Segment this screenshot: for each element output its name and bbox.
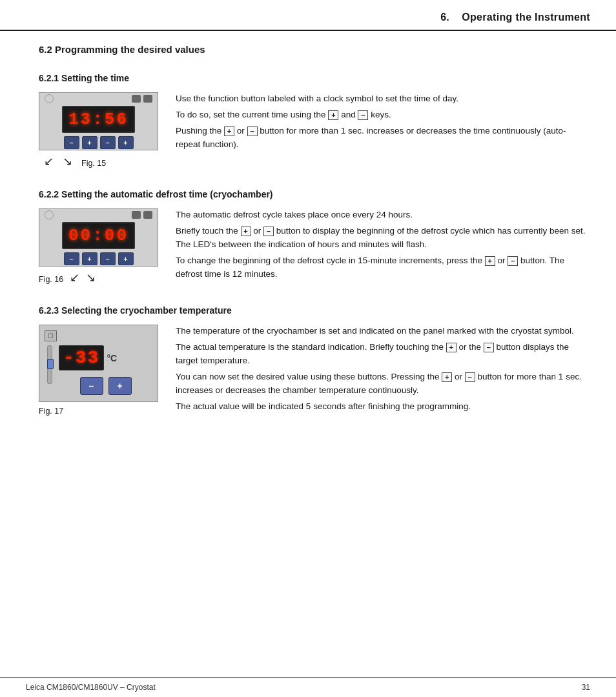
- lcd-display-fig15: 13:56: [62, 106, 135, 133]
- text-6-2-1-line1: Use the function button labeled with a c…: [176, 92, 590, 106]
- plus-btn2-fig15: +: [118, 136, 134, 149]
- device-fig15: 13:56 – + – +: [39, 92, 158, 150]
- section-6-2-3-title: 6.2.3 Selecting the cryochamber temperat…: [39, 305, 590, 316]
- section-6-2-3: 6.2.3 Selecting the cryochamber temperat…: [39, 305, 590, 416]
- plus-key-inline-5: +: [446, 343, 457, 352]
- figure-row-17: ☐: [39, 325, 590, 416]
- lcd-display-fig16: 00:00: [62, 222, 135, 249]
- plus-btn2-fig16: +: [118, 252, 134, 265]
- section-6-2-1: 6.2.1 Setting the time: [39, 73, 590, 168]
- text-col-6-2-3: The temperature of the cryochamber is se…: [176, 325, 590, 416]
- plus-key-inline-3: +: [241, 227, 251, 236]
- minus-btn2-fig16: –: [100, 252, 116, 265]
- figure-15-col: 13:56 – + – + ↙ ↘: [39, 92, 161, 168]
- text-6-2-3-line4: The actual value will be indicated 5 sec…: [176, 400, 590, 414]
- celsius-label: °C: [107, 353, 117, 363]
- fig16-bottom: Fig. 16 ↙ ↘: [39, 270, 96, 285]
- plus-key-inline-4: +: [485, 256, 495, 266]
- text-6-2-2-line3: To change the beginning of the defrost c…: [176, 254, 590, 281]
- cryo-main-row: -33 °C – +: [45, 345, 152, 395]
- expand-arrow-left-fig15: ↙: [44, 154, 54, 168]
- expand-arrow-right-fig16: ↘: [86, 270, 96, 285]
- minus-key-inline-6: –: [465, 372, 475, 382]
- minus-key-inline-1: –: [358, 110, 368, 120]
- lcd-text-fig16: 00:00: [68, 226, 128, 245]
- cryo-slider-col: [45, 345, 52, 395]
- minus-key-inline-3: –: [263, 227, 274, 236]
- cryo-right: -33 °C – +: [59, 345, 152, 395]
- cryo-btn-row: – +: [59, 377, 152, 395]
- minus-btn2-fig15: –: [100, 136, 116, 149]
- minus-key-inline-5: –: [484, 343, 494, 352]
- cryo-lcd-text: -33: [63, 348, 99, 368]
- page-content: 6.2 Programming the desired values 6.2.1…: [0, 31, 616, 476]
- section-number: 6.: [440, 12, 449, 23]
- text-6-2-3-line3: You can now set the desired value using …: [176, 370, 590, 398]
- btn-row-fig16: – + – +: [64, 252, 134, 265]
- plus-key-inline-2: +: [224, 126, 234, 136]
- footer-left: Leica CM1860/CM1860UV – Cryostat: [26, 683, 156, 692]
- plus-btn-fig15: +: [82, 136, 98, 149]
- header-title: 6. Operating the Instrument: [440, 12, 590, 23]
- section-6-2-1-title: 6.2.1 Setting the time: [39, 73, 590, 83]
- expand-arrow-left-fig16: ↙: [70, 270, 79, 285]
- indicator2-fig15: [143, 95, 152, 103]
- section-6-2-title: 6.2 Programming the desired values: [39, 44, 590, 55]
- figure-16-col: 00:00 – + – + Fig. 16: [39, 208, 161, 285]
- indicator-fig16: [132, 211, 141, 219]
- clock-symbol-fig15: [45, 94, 54, 103]
- section-6-2-2-title: 6.2.2 Setting the automatic defrost time…: [39, 189, 590, 199]
- text-6-2-3-line1: The temperature of the cryochamber is se…: [176, 325, 590, 338]
- figure-row-16: 00:00 – + – + Fig. 16: [39, 208, 590, 285]
- text-6-2-2-line2: Briefly touch the + or – button to displ…: [176, 225, 590, 252]
- lcd-text-fig15: 13:56: [68, 110, 128, 129]
- device-fig17: ☐: [39, 325, 158, 402]
- footer-right: 31: [582, 683, 590, 692]
- section-6-2-2: 6.2.2 Setting the automatic defrost time…: [39, 189, 590, 285]
- cryo-lcd-row: -33 °C: [59, 345, 152, 370]
- page-header: 6. Operating the Instrument: [0, 0, 616, 31]
- minus-btn-fig16: –: [64, 252, 79, 265]
- cryo-lcd: -33: [59, 345, 104, 370]
- text-col-6-2-1: Use the function button labeled with a c…: [176, 92, 590, 154]
- cryo-symbol-icon: ☐: [45, 330, 57, 341]
- text-6-2-1-line2: To do so, set the current time using the…: [176, 108, 590, 122]
- header-title-text: Operating the Instrument: [462, 12, 590, 23]
- cryo-minus-btn: –: [80, 377, 103, 395]
- page-container: 6. Operating the Instrument 6.2 Programm…: [0, 0, 616, 697]
- cryo-slider-thumb: [47, 359, 54, 369]
- figure-caption-17: Fig. 17: [39, 407, 63, 416]
- minus-key-inline-2: –: [247, 126, 258, 136]
- expand-arrow-right-fig15: ↘: [63, 154, 72, 168]
- section-6-2: 6.2 Programming the desired values: [39, 44, 590, 55]
- indicator-fig15: [132, 95, 141, 103]
- indicator2-fig16: [143, 211, 152, 219]
- plus-btn-fig16: +: [82, 252, 98, 265]
- device-fig16: 00:00 – + – +: [39, 208, 158, 267]
- text-6-2-1-line3: Pushing the + or – button for more than …: [176, 125, 590, 152]
- plus-key-inline-1: +: [328, 110, 338, 120]
- cryo-plus-btn: +: [108, 377, 132, 395]
- figure-row-15: 13:56 – + – + ↙ ↘: [39, 92, 590, 168]
- text-6-2-3-line2: The actual temperature is the standard i…: [176, 341, 590, 368]
- page-footer: Leica CM1860/CM1860UV – Cryostat 31: [0, 677, 616, 697]
- cryo-top: ☐: [45, 330, 152, 341]
- cryo-slider: [47, 345, 52, 384]
- btn-row-fig15: – + – +: [64, 136, 134, 149]
- text-6-2-2-line1: The automatic defrost cycle takes place …: [176, 208, 590, 222]
- clock-symbol-fig16: [45, 210, 54, 219]
- figure-17-col: ☐: [39, 325, 161, 416]
- minus-btn-fig15: –: [64, 136, 79, 149]
- plus-key-inline-6: +: [442, 372, 452, 382]
- figure-caption-15: Fig. 15: [81, 159, 106, 168]
- text-col-6-2-2: The automatic defrost cycle takes place …: [176, 208, 590, 284]
- figure-caption-16: Fig. 16: [39, 275, 63, 284]
- minus-key-inline-4: –: [508, 256, 518, 266]
